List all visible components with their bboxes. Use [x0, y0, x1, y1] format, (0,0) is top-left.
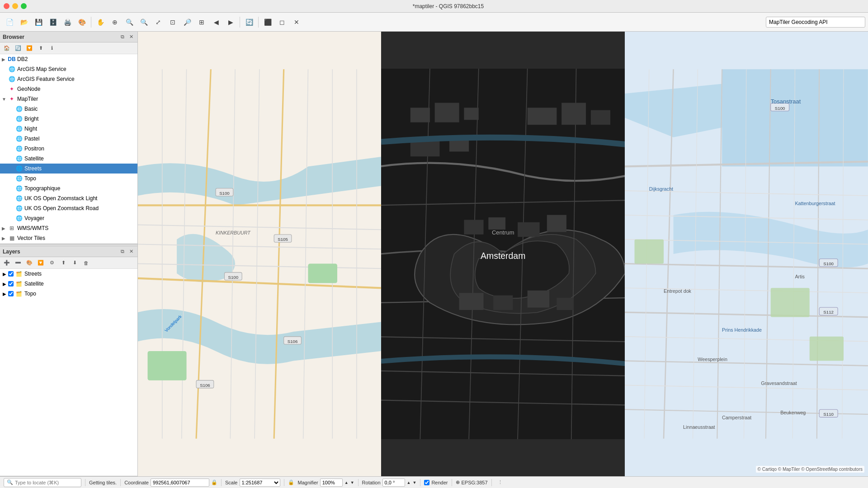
zoom-selection-button[interactable]: 🔎	[180, 15, 194, 29]
browser-home-btn[interactable]: 🏠	[2, 43, 12, 53]
browser-item-arcgis-feature[interactable]: 🌐 ArcGIS Feature Service	[0, 74, 137, 84]
browser-item-bright[interactable]: 🌐 Bright	[0, 114, 137, 124]
geocoding-input[interactable]	[766, 17, 865, 28]
browser-item-voyager[interactable]: 🌐 Voyager	[0, 213, 137, 223]
magnifier-spinner-down[interactable]: ▼	[350, 480, 354, 485]
browser-item-basic[interactable]: 🌐 Basic	[0, 104, 137, 114]
browser-label-night: Night	[24, 126, 37, 132]
save-as-button[interactable]: 🗄️	[46, 15, 60, 29]
browser-filter-btn[interactable]: 🔽	[24, 43, 34, 53]
layers-close-button[interactable]: ✕	[127, 248, 135, 255]
arcgis-feature-icon: 🌐	[8, 75, 15, 83]
layer-visibility-streets[interactable]	[8, 271, 14, 277]
style-manager-button[interactable]: 🎨	[75, 15, 89, 29]
expand-arrow-vector-tiles: ▶	[2, 236, 8, 241]
browser-item-positron[interactable]: 🌐 Positron	[0, 144, 137, 154]
layers-float-button[interactable]: ⧉	[119, 248, 126, 255]
layer-remove-btn[interactable]: ➖	[13, 258, 23, 268]
layer-item-streets[interactable]: ▶ 🗂️ Streets	[0, 269, 137, 279]
browser-item-vector-tiles[interactable]: ▶ ▦ Vector Tiles	[0, 233, 137, 243]
save-button[interactable]: 💾	[32, 15, 45, 29]
coordinate-label: Coordinate	[124, 480, 149, 485]
zoom-layer-button[interactable]: ⊡	[166, 15, 179, 29]
browser-close-button[interactable]: ✕	[127, 33, 135, 41]
browser-refresh-btn[interactable]: 🔄	[13, 43, 23, 53]
refresh-button[interactable]: 🔄	[242, 15, 256, 29]
locate-box[interactable]: 🔍	[4, 478, 81, 487]
svg-text:KINKERBUURT: KINKERBUURT	[216, 230, 251, 235]
map-area[interactable]: S100 S100 S105 S106 S106 KINKERBUURT Von…	[138, 32, 868, 476]
scale-select[interactable]: 1:251687	[240, 479, 280, 487]
svg-rect-38	[410, 108, 430, 122]
browser-item-streets[interactable]: 🌐 Streets	[0, 164, 137, 174]
rotation-input[interactable]	[382, 479, 405, 487]
browser-item-maptiler[interactable]: ▼ ✦ MapTiler	[0, 94, 137, 104]
browser-item-wms[interactable]: ▶ ⊞ WMS/WMTS	[0, 223, 137, 233]
browser-item-pastel[interactable]: 🌐 Pastel	[0, 134, 137, 144]
browser-item-arcgis-map[interactable]: 🌐 ArcGIS Map Service	[0, 64, 137, 74]
layer-options-btn[interactable]: ⚙	[47, 258, 57, 268]
locate-input[interactable]	[15, 480, 78, 485]
svg-text:S106: S106	[200, 383, 210, 388]
layer-remove-selected-btn[interactable]: 🗑	[81, 258, 91, 268]
new-button[interactable]: 📄	[3, 15, 16, 29]
maximize-button[interactable]	[21, 3, 27, 9]
browser-item-xyz-tiles[interactable]: ▶ ▦ XYZ Tiles	[0, 243, 137, 244]
close-button[interactable]	[4, 3, 9, 9]
svg-rect-43	[527, 108, 557, 125]
rotation-spinner-up[interactable]: ▲	[407, 480, 411, 485]
svg-rect-0	[138, 69, 381, 438]
render-checkbox[interactable]	[424, 480, 429, 485]
pan-button[interactable]: ✋	[94, 15, 107, 29]
coordinate-input[interactable]	[151, 479, 209, 487]
browser-label-topo: Topo	[24, 175, 36, 182]
layer-move-up-btn[interactable]: ⬆	[58, 258, 68, 268]
layer-filter-btn[interactable]: 🔽	[36, 258, 46, 268]
browser-float-button[interactable]: ⧉	[119, 33, 126, 41]
zoom-in-button[interactable]: 🔍	[123, 15, 136, 29]
select-button[interactable]: ◻	[275, 15, 289, 29]
messages-button[interactable]: ⋮	[495, 478, 505, 488]
browser-item-night[interactable]: 🌐 Night	[0, 124, 137, 134]
layer-move-down-btn[interactable]: ⬇	[70, 258, 80, 268]
layer-add-btn[interactable]: ➕	[2, 258, 12, 268]
svg-text:Centrum: Centrum	[492, 229, 514, 236]
browser-item-topographique[interactable]: 🌐 Topographique	[0, 183, 137, 193]
magnifier-spinner-up[interactable]: ▲	[344, 480, 349, 485]
layer-item-satellite[interactable]: ▶ 🗂️ Satellite	[0, 279, 137, 289]
layer-visibility-topo[interactable]	[8, 291, 14, 296]
browser-item-db2[interactable]: ▶ DB DB2	[0, 54, 137, 64]
deselect-button[interactable]: ✕	[290, 15, 303, 29]
svg-text:Kattenburgerstraat: Kattenburgerstraat	[795, 201, 835, 206]
map-panel-topo: S100 S100 S112 S110 Tosanstraat Dijksgra…	[625, 32, 868, 476]
getting-tiles-text: Getting tiles.	[89, 480, 117, 485]
magnifier-input[interactable]	[320, 479, 343, 487]
identify-button[interactable]: ⬛	[261, 15, 274, 29]
layer-expand-satellite: ▶	[3, 282, 6, 286]
browser-tree[interactable]: ▶ DB DB2 🌐 ArcGIS Map Service 🌐 ArcGIS F…	[0, 54, 137, 244]
browser-info-btn[interactable]: ℹ	[47, 43, 57, 53]
browser-item-topo[interactable]: 🌐 Topo	[0, 174, 137, 183]
layer-styling-btn[interactable]: 🎨	[24, 258, 34, 268]
browser-item-satellite[interactable]: 🌐 Satellite	[0, 154, 137, 164]
window-controls	[4, 3, 27, 9]
layer-visibility-satellite[interactable]	[8, 281, 14, 286]
browser-item-uk-os-light[interactable]: 🌐 UK OS Open Zoomstack Light	[0, 193, 137, 203]
zoom-out-button[interactable]: 🔍	[137, 15, 151, 29]
print-button[interactable]: 🖨️	[61, 15, 74, 29]
zoom-native-button[interactable]: ⊞	[195, 15, 208, 29]
minimize-button[interactable]	[12, 3, 18, 9]
rotation-spinner-down[interactable]: ▼	[413, 480, 417, 485]
satellite-map: Amsterdam Centrum	[381, 32, 625, 476]
browser-label-wms: WMS/WMTS	[17, 225, 48, 231]
svg-rect-40	[464, 108, 478, 120]
browser-item-uk-os-road[interactable]: 🌐 UK OS Open Zoomstack Road	[0, 203, 137, 213]
zoom-previous-button[interactable]: ◀	[209, 15, 223, 29]
pan-map-button[interactable]: ⊕	[108, 15, 122, 29]
browser-item-geonode[interactable]: ✦ GeoNode	[0, 84, 137, 94]
zoom-next-button[interactable]: ▶	[224, 15, 237, 29]
zoom-full-button[interactable]: ⤢	[151, 15, 165, 29]
open-button[interactable]: 📂	[17, 15, 31, 29]
layer-item-topo[interactable]: ▶ 🗂️ Topo	[0, 289, 137, 299]
browser-collapse-btn[interactable]: ⬆	[36, 43, 46, 53]
